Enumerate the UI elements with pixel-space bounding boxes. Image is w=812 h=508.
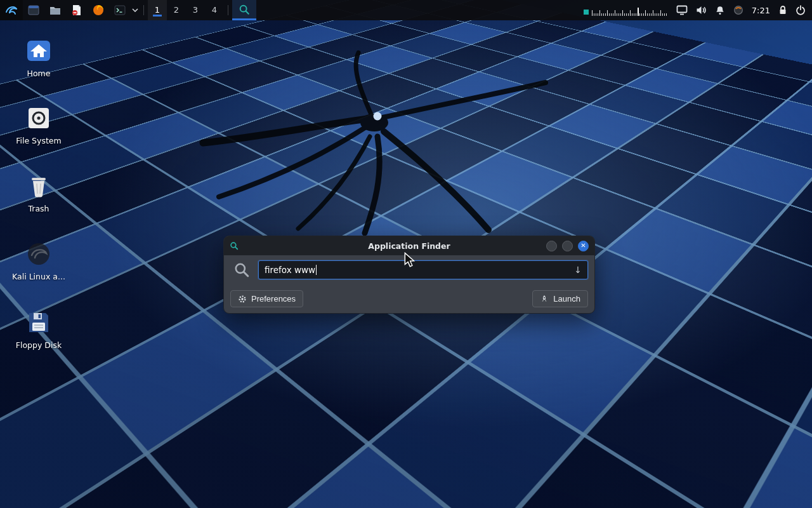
terminal-icon (114, 5, 126, 15)
minimize-button[interactable] (546, 241, 557, 251)
firefox-icon (93, 4, 104, 16)
kali-dragon-silhouette (168, 48, 574, 238)
workspace-3[interactable]: 3 (186, 0, 205, 20)
desktop-icon-trash[interactable]: Trash (11, 172, 66, 213)
workspace-4[interactable]: 4 (205, 0, 224, 20)
close-button[interactable]: ✕ (578, 241, 589, 251)
desktop-icon-home[interactable]: Home (11, 37, 66, 78)
volume-icon[interactable] (696, 5, 707, 15)
panel-separator (143, 5, 144, 15)
launcher-terminal[interactable] (109, 0, 131, 20)
update-status-icon[interactable] (733, 5, 743, 15)
appfinder-window-icon (230, 241, 239, 250)
desktop-icon-label: Trash (28, 204, 49, 213)
panel-tray: 7:21 (584, 4, 812, 16)
launch-button[interactable]: Launch (532, 290, 588, 307)
application-finder-window: Application Finder ✕ firefox www ↓ (223, 236, 595, 314)
launcher-firefox[interactable] (88, 0, 109, 20)
workspace-label: 1 (153, 4, 162, 17)
search-input[interactable]: firefox www ↓ (258, 260, 588, 279)
window-icon (28, 5, 39, 15)
text-caret (316, 265, 317, 275)
maximize-button[interactable] (562, 241, 573, 251)
file-system-icon (25, 104, 53, 132)
kali-linux-icon (25, 240, 53, 268)
system-monitor-widget[interactable] (584, 4, 668, 16)
launch-icon (540, 295, 549, 304)
desktop-icon-kali-linux[interactable]: Kali Linux a... (11, 240, 66, 281)
workspace-label: 4 (210, 4, 219, 17)
kali-menu-button[interactable] (0, 0, 23, 20)
desktop-icon-label: Floppy Disk (16, 340, 62, 350)
launcher-file-manager[interactable] (44, 0, 66, 20)
history-dropdown-icon[interactable]: ↓ (574, 265, 582, 275)
desktop-icon-label: File System (16, 136, 62, 145)
display-icon[interactable] (676, 5, 688, 15)
launcher-window[interactable] (23, 0, 44, 20)
folder-icon (49, 5, 61, 15)
dialog-buttons: Preferences Launch (230, 290, 588, 307)
launch-label: Launch (553, 294, 580, 304)
titlebar-buttons: ✕ (546, 241, 589, 251)
desktop-icon-floppy-disk[interactable]: Floppy Disk (11, 309, 66, 350)
desktop-icon-label: Kali Linux a... (12, 272, 65, 281)
gear-icon (238, 295, 247, 304)
floppy-disk-icon (25, 309, 53, 337)
home-icon (25, 37, 53, 65)
workspace-label: 2 (172, 4, 181, 17)
workspace-2[interactable]: 2 (167, 0, 186, 20)
monitor-ticks (592, 6, 668, 16)
window-title: Application Finder (224, 241, 594, 251)
search-input-value: firefox www (265, 265, 315, 275)
preferences-button[interactable]: Preferences (230, 290, 303, 307)
magnifier-icon (239, 4, 250, 15)
notifications-bell-icon[interactable] (715, 5, 725, 16)
workspace-1[interactable]: 1 (148, 0, 167, 20)
top-panel: 1 2 3 4 7:21 (0, 0, 812, 20)
taskbar-application-finder[interactable] (232, 0, 256, 20)
mouse-cursor (403, 252, 415, 267)
chevron-down-icon (132, 8, 138, 12)
trash-icon (25, 172, 53, 200)
power-icon[interactable] (796, 5, 806, 15)
document-icon (72, 4, 82, 16)
terminal-dropdown-chevron[interactable] (131, 0, 140, 20)
launcher-text-editor[interactable] (66, 0, 88, 20)
close-icon: ✕ (580, 243, 586, 249)
workspace-label: 3 (191, 4, 200, 17)
clock[interactable]: 7:21 (752, 6, 770, 15)
lock-icon[interactable] (778, 5, 787, 15)
kali-logo-icon (4, 3, 18, 17)
desktop-icon-label: Home (27, 69, 51, 78)
preferences-label: Preferences (251, 294, 296, 304)
desktop-icon-file-system[interactable]: File System (11, 104, 66, 145)
panel-separator (228, 5, 228, 15)
search-icon (233, 262, 250, 278)
monitor-indicator-square (584, 10, 589, 15)
